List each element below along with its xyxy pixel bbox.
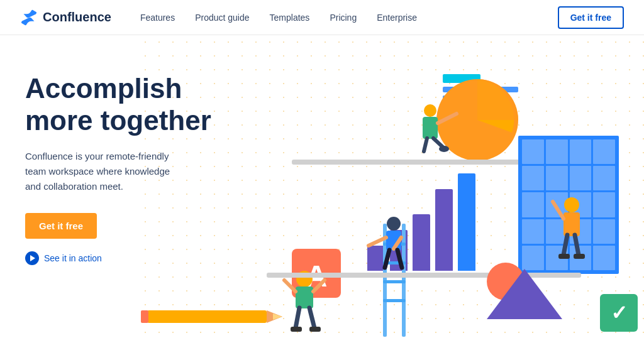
svg-rect-16	[558, 254, 570, 259]
hero-text-block: Accomplish more together Confluence is y…	[25, 73, 214, 265]
svg-rect-33	[296, 286, 313, 308]
nav-product-guide[interactable]: Product guide	[186, 8, 258, 28]
svg-line-9	[433, 138, 443, 147]
svg-rect-39	[309, 327, 321, 332]
navbar-cta-button[interactable]: Get it free	[558, 6, 624, 29]
svg-rect-23	[383, 299, 406, 302]
hero-section: Accomplish more together Confluence is y…	[0, 35, 644, 338]
check-mark-icon: ✓	[611, 301, 628, 325]
nav-pricing[interactable]: Pricing	[321, 8, 365, 28]
svg-marker-43	[273, 313, 282, 320]
person-illustration-2	[355, 205, 430, 338]
svg-line-37	[309, 308, 314, 328]
svg-line-13	[553, 202, 564, 219]
svg-rect-38	[291, 327, 302, 332]
play-triangle	[30, 255, 35, 261]
navbar: Confluence Features Product guide Templa…	[0, 0, 644, 35]
svg-line-7	[438, 114, 457, 123]
svg-line-8	[424, 138, 427, 151]
play-icon	[25, 251, 39, 265]
nav-enterprise[interactable]: Enterprise	[368, 8, 426, 28]
hero-cta-button[interactable]: Get it free	[25, 213, 97, 239]
svg-line-35	[313, 280, 325, 292]
svg-rect-6	[423, 117, 438, 139]
svg-rect-17	[574, 254, 585, 259]
svg-rect-12	[564, 212, 580, 236]
hero-illustration: A	[153, 35, 644, 338]
person-illustration-4	[279, 268, 330, 338]
nav-features[interactable]: Features	[131, 8, 184, 28]
svg-point-11	[564, 197, 579, 212]
person-illustration-1	[411, 92, 462, 163]
svg-rect-42	[141, 310, 148, 323]
svg-point-24	[387, 217, 401, 231]
pencil-illustration	[141, 304, 286, 332]
svg-line-15	[575, 235, 579, 255]
see-action-label: See it in action	[44, 253, 102, 263]
bar-5	[458, 173, 475, 271]
logo-area: Confluence	[20, 9, 111, 26]
person-illustration-3	[550, 192, 594, 276]
shelf-top	[292, 160, 556, 165]
green-check-decoration: ✓	[600, 294, 638, 332]
svg-point-10	[439, 146, 449, 152]
logo-text: Confluence	[43, 10, 111, 25]
svg-rect-22	[383, 280, 406, 283]
bar-4	[435, 189, 453, 271]
svg-line-14	[564, 235, 567, 255]
svg-point-5	[424, 104, 436, 117]
svg-line-36	[296, 308, 299, 328]
nav-links: Features Product guide Templates Pricing…	[131, 8, 558, 28]
purple-triangle-decoration	[487, 269, 562, 319]
svg-rect-40	[147, 310, 267, 323]
hero-subtitle: Confluence is your remote-friendly team …	[25, 149, 176, 194]
hero-title: Accomplish more together	[25, 73, 214, 136]
svg-line-34	[284, 280, 296, 292]
nav-templates[interactable]: Templates	[261, 8, 319, 28]
svg-line-29	[397, 250, 402, 268]
confluence-logo-icon	[20, 9, 38, 26]
see-action-link[interactable]: See it in action	[25, 251, 214, 265]
